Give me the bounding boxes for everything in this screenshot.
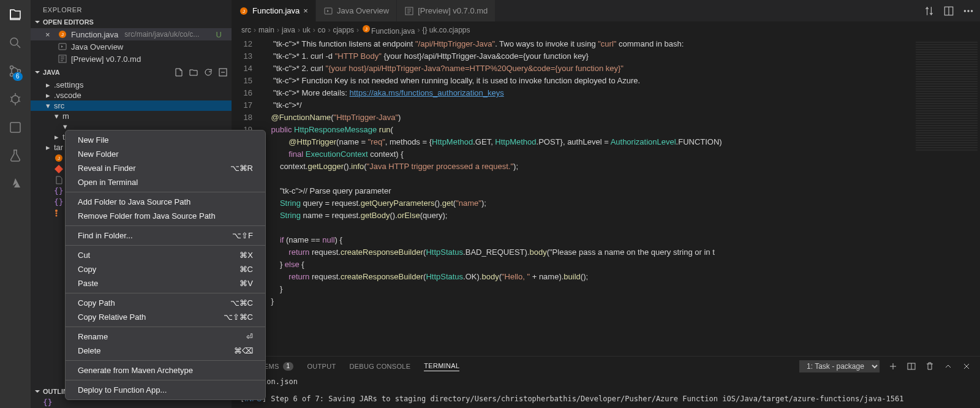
- tab-actions: [918, 0, 980, 21]
- split-editor-icon[interactable]: [943, 6, 954, 17]
- search-icon[interactable]: [7, 34, 24, 51]
- terminal-output[interactable]: function.json [INFO] [INFO] Step 6 of 7:…: [232, 376, 980, 408]
- open-editors-label: OPEN EDITORS: [43, 18, 94, 26]
- breadcrumb-item[interactable]: JFunction.java: [361, 24, 415, 36]
- tree-item[interactable]: ▸ .settings: [31, 80, 232, 90]
- new-file-icon[interactable]: [174, 67, 184, 77]
- more-icon[interactable]: [963, 6, 974, 17]
- collapse-icon[interactable]: [218, 67, 228, 77]
- breadcrumb-item[interactable]: uk: [303, 26, 311, 34]
- twisty-icon: ▸: [44, 143, 51, 152]
- tree-item-label: m: [62, 111, 69, 121]
- menu-item[interactable]: Delete ⌘⌫: [66, 344, 265, 358]
- menu-shortcut: ⌥⇧⌘C: [224, 312, 253, 322]
- output-label: OUTPUT: [307, 363, 336, 370]
- trash-icon[interactable]: [925, 361, 935, 371]
- menu-item[interactable]: Reveal in Finder ⌥⌘R: [66, 161, 265, 175]
- menu-shortcut: ⌘X: [239, 251, 253, 260]
- open-editor-item[interactable]: × J Function.java src/main/java/uk/co/c.…: [31, 28, 232, 40]
- refresh-icon[interactable]: [203, 67, 213, 77]
- menu-item-label: Deploy to Function App...: [78, 385, 167, 395]
- breadcrumb-item[interactable]: java: [282, 26, 295, 34]
- terminal-tab[interactable]: TERMINAL: [424, 362, 459, 371]
- menu-item-label: New File: [78, 135, 109, 145]
- open-editors-header[interactable]: OPEN EDITORS: [31, 17, 232, 27]
- menu-item-label: Copy: [78, 265, 96, 274]
- debug-console-tab[interactable]: DEBUG CONSOLE: [349, 363, 410, 370]
- code-content[interactable]: "tk-c">* This function listens at endpoi…: [262, 38, 913, 356]
- twisty-icon: ▸: [44, 91, 51, 100]
- azure-icon[interactable]: [7, 175, 24, 192]
- extension-square-icon[interactable]: [7, 119, 24, 136]
- menu-item[interactable]: Paste ⌘V: [66, 276, 265, 290]
- menu-shortcut: ⌘V: [239, 279, 253, 288]
- menu-item-label: Cut: [78, 251, 90, 260]
- close-panel-icon[interactable]: [962, 361, 971, 371]
- beaker-icon[interactable]: [7, 147, 24, 164]
- menu-separator: [66, 225, 265, 226]
- menu-item[interactable]: Remove Folder from Java Source Path: [66, 209, 265, 223]
- editor-tabs: JFunction.java × Java Overview [Preview]…: [232, 0, 980, 21]
- menu-item[interactable]: Add Folder to Java Source Path: [66, 195, 265, 209]
- menu-shortcut: ⌥⌘C: [230, 298, 253, 308]
- menu-item[interactable]: Deploy to Function App...: [66, 383, 265, 397]
- menu-item[interactable]: Generate from Maven Archetype: [66, 363, 265, 377]
- menu-item-label: Delete: [78, 346, 101, 355]
- output-tab[interactable]: OUTPUT: [307, 363, 336, 370]
- scm-icon[interactable]: 6: [7, 62, 24, 80]
- terminal-task-selector[interactable]: 1: Task - package: [799, 360, 880, 372]
- menu-separator: [66, 327, 265, 327]
- tree-item[interactable]: ▾ src: [31, 100, 232, 111]
- menu-item[interactable]: Open in Terminal: [66, 175, 265, 189]
- close-icon[interactable]: ×: [45, 30, 54, 39]
- editor-tab[interactable]: JFunction.java ×: [232, 0, 316, 21]
- explorer-icon[interactable]: [7, 6, 24, 23]
- open-editor-item[interactable]: [Preview] v0.7.0.md: [31, 53, 232, 65]
- compare-icon[interactable]: [924, 6, 935, 17]
- breadcrumb-item[interactable]: {} uk.co.cjapps: [422, 26, 470, 34]
- menu-item-label: Generate from Maven Archetype: [78, 366, 193, 375]
- tree-item[interactable]: ▾ m: [31, 111, 232, 121]
- breadcrumb-item[interactable]: main: [258, 26, 274, 34]
- menu-item[interactable]: Copy ⌘C: [66, 262, 265, 276]
- menu-item[interactable]: Rename ⏎: [66, 330, 265, 344]
- svg-point-23: [971, 10, 973, 12]
- editor-item-path: src/main/java/uk/co/c...: [124, 30, 199, 39]
- menu-item[interactable]: New File: [66, 133, 265, 147]
- open-editor-item[interactable]: Java Overview: [31, 40, 232, 53]
- menu-item[interactable]: New Folder: [66, 147, 265, 161]
- tab-label: Java Overview: [337, 6, 389, 15]
- menu-separator: [66, 360, 265, 361]
- menu-item[interactable]: Copy Relative Path ⌥⇧⌘C: [66, 310, 265, 324]
- svg-point-0: [10, 38, 18, 45]
- debug-icon[interactable]: [7, 91, 24, 108]
- chevron-right-icon: ›: [298, 26, 300, 34]
- menu-separator: [66, 192, 265, 192]
- editor-tab[interactable]: [Preview] v0.7.0.md: [397, 0, 496, 21]
- breadcrumbs[interactable]: src›main›java›uk›co›cjapps›JFunction.jav…: [232, 21, 980, 38]
- menu-item[interactable]: Find in Folder... ⌥⇧F: [66, 229, 265, 243]
- menu-item-label: Remove Folder from Java Source Path: [78, 211, 216, 221]
- new-folder-icon[interactable]: [189, 67, 198, 77]
- menu-item[interactable]: Copy Path ⌥⌘C: [66, 296, 265, 310]
- menu-item-label: Rename: [78, 332, 108, 341]
- editor-tab[interactable]: Java Overview: [316, 0, 397, 21]
- menu-separator: [66, 380, 265, 380]
- tree-item[interactable]: ▸ .vscode: [31, 90, 232, 100]
- breadcrumb-item[interactable]: co: [318, 26, 326, 34]
- chevron-right-icon: ›: [328, 26, 330, 34]
- scm-badge: 6: [13, 72, 23, 81]
- chevron-right-icon: ›: [417, 26, 420, 34]
- split-terminal-icon[interactable]: [907, 361, 916, 371]
- code-editor[interactable]: 1213141516171819202122232425262728293031…: [232, 38, 980, 356]
- new-terminal-icon[interactable]: [888, 361, 898, 371]
- minimap[interactable]: [913, 38, 980, 356]
- breadcrumb-item[interactable]: cjapps: [333, 26, 354, 34]
- breadcrumb-item[interactable]: src: [241, 26, 251, 34]
- java-section-header[interactable]: JAVA: [31, 66, 232, 78]
- menu-item-label: Copy Relative Path: [78, 312, 146, 322]
- menu-item[interactable]: Cut ⌘X: [66, 248, 265, 262]
- close-icon[interactable]: ×: [303, 6, 308, 15]
- tree-item-label: .vscode: [54, 91, 81, 100]
- maximize-icon[interactable]: [943, 361, 953, 371]
